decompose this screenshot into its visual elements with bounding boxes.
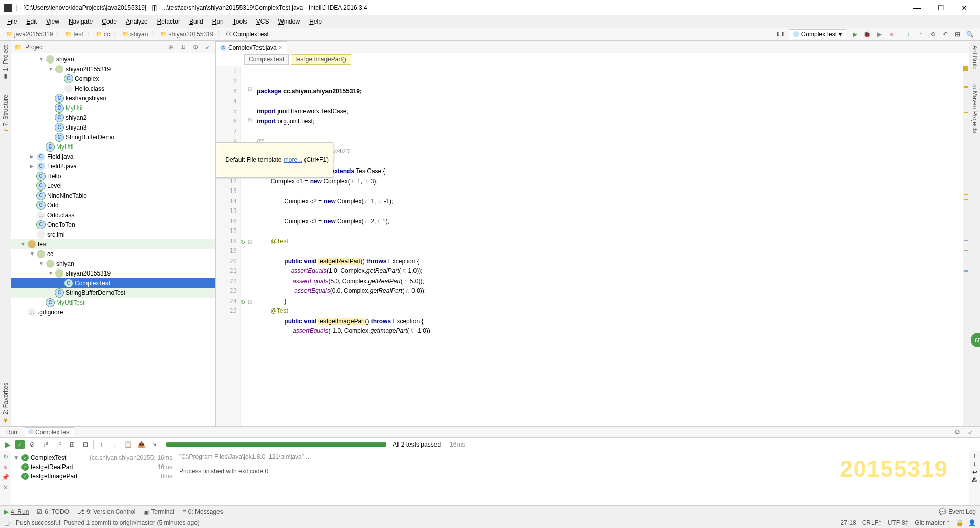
menu-build[interactable]: Build [185, 17, 207, 26]
tree-item[interactable]: CComplexTest [11, 278, 215, 288]
messages-bottom-tab[interactable]: ≡ 0: Messages [183, 508, 223, 515]
test-row[interactable]: ✓testgetRealPart16ms [13, 462, 172, 472]
stop-button[interactable]: ■ [886, 29, 897, 40]
tree-item[interactable]: CMyUtilTest [11, 298, 215, 307]
close-tab-icon[interactable]: × [279, 44, 282, 51]
rerun-icon[interactable]: ↻ [1, 452, 10, 461]
next-button[interactable]: ↓ [109, 439, 120, 450]
export-button[interactable]: 📋 [122, 439, 134, 450]
tree-item[interactable]: Cshiyan3 [11, 122, 215, 132]
event-log-tab[interactable]: 💬 Event Log [939, 508, 976, 515]
minimize-button[interactable]: — [905, 0, 929, 15]
sort-button[interactable]: ↓ª [40, 439, 51, 450]
run-config-tab[interactable]: ComplexTest [25, 427, 74, 437]
menu-refactor[interactable]: Refactor [153, 17, 184, 26]
menu-window[interactable]: Window [274, 17, 304, 26]
tree-item[interactable]: ▼cc [11, 249, 215, 259]
print-icon[interactable]: 🖶 [972, 477, 978, 484]
collapse-button[interactable]: ⇊ [179, 43, 188, 52]
ant-build-tab[interactable]: Ant Build [971, 43, 978, 72]
vcs-bottom-tab[interactable]: ⎇ 9: Version Control [77, 508, 135, 515]
maven-tab[interactable]: m Maven Projects [971, 82, 978, 135]
tree-item[interactable]: …Odd.class [11, 210, 215, 220]
settings-icon[interactable]: ⚙ [954, 429, 964, 436]
menu-analyze[interactable]: Analyze [122, 17, 152, 26]
debug-button[interactable]: 🐞 [861, 29, 873, 40]
autoscroll-button[interactable]: ⊕ [166, 43, 176, 52]
tree-item[interactable]: …Hello.class [11, 83, 215, 93]
breadcrumb[interactable]: Ⓒ ComplexTest [224, 31, 271, 38]
test-tree[interactable]: ▼✓ComplexTest(cc.shiyan.shiyan20155:16ms… [11, 451, 175, 505]
run-tab[interactable]: Run [3, 428, 20, 437]
make-button[interactable]: ⬇⬆ [775, 29, 786, 40]
menu-edit[interactable]: Edit [22, 17, 41, 26]
run-bottom-tab[interactable]: ▶4: Run [4, 508, 29, 515]
rerun-button[interactable]: ▶ [2, 439, 13, 450]
run-button[interactable]: ▶ [849, 29, 860, 40]
favorites-tab[interactable]: ★2: Favorites [2, 381, 9, 426]
terminal-bottom-tab[interactable]: ▣ Terminal [143, 508, 174, 515]
tree-item[interactable]: ▼shiyan [11, 259, 215, 268]
more-button[interactable]: » [149, 439, 160, 450]
breadcrumb-method[interactable]: testgetImagePart() [291, 54, 351, 65]
collapse-button[interactable]: ⊟ [80, 439, 91, 450]
tree-item[interactable]: src.iml [11, 229, 215, 239]
run-config-dropdown[interactable]: ComplexTest ▾ [789, 29, 846, 39]
menu-run[interactable]: Run [208, 17, 228, 26]
settings-button[interactable]: ⚙ [191, 43, 200, 52]
menu-navigate[interactable]: Navigate [64, 17, 97, 26]
tree-item[interactable]: CComplex [11, 74, 215, 83]
maximize-button[interactable]: ☐ [929, 0, 952, 15]
breadcrumb[interactable]: 📁 shiyan20155319 [158, 31, 215, 38]
passed-filter[interactable]: ✓ [15, 440, 25, 449]
test-row[interactable]: ✓testgetImagePart0ms [13, 472, 172, 481]
expand-button[interactable]: ⊞ [67, 439, 78, 450]
cursor-position[interactable]: 27:18 [841, 519, 856, 526]
tree-item[interactable]: CMyUtil [11, 142, 215, 152]
hide-button[interactable]: ↙ [203, 43, 212, 52]
rerun-icon[interactable]: ↻ [241, 239, 245, 246]
import-button[interactable]: 📥 [136, 439, 147, 450]
breadcrumb[interactable]: 📁 shiyan [120, 31, 150, 38]
tree-item[interactable]: ….gitignore [11, 307, 215, 317]
vcs-revert-button[interactable]: ↶ [940, 29, 951, 40]
tree-item[interactable]: ▼test [11, 239, 215, 249]
tree-item[interactable]: Cshiyan2 [11, 113, 215, 122]
menu-file[interactable]: File [3, 17, 21, 26]
test-output[interactable]: 20155319 "C:\Program Files\Java\jdk1.8.0… [175, 451, 969, 505]
tree-item[interactable]: CStringBufferDemo [11, 132, 215, 142]
tooltip-more-link[interactable]: more... [284, 156, 302, 163]
menu-tools[interactable]: Tools [229, 17, 251, 26]
menu-help[interactable]: Help [305, 17, 326, 26]
close-icon[interactable]: ✕ [1, 483, 10, 492]
prev-button[interactable]: ↑ [96, 439, 107, 450]
tree-item[interactable]: ▼shiyan20155319 [11, 268, 215, 278]
project-tree[interactable]: ▼shiyan▼shiyan20155319CComplex…Hello.cla… [11, 53, 215, 426]
wrap-icon[interactable]: ↩ [972, 469, 977, 476]
tree-item[interactable]: Ckeshangshiyan [11, 93, 215, 103]
tree-item[interactable]: ▼shiyan [11, 54, 215, 64]
vcs-history-button[interactable]: ⟲ [927, 29, 939, 40]
git-branch[interactable]: Git: master ‡ [914, 519, 950, 526]
tree-item[interactable]: COdd [11, 200, 215, 210]
sort2-button[interactable]: ↓ᶻ [53, 439, 64, 450]
tree-item[interactable]: COneToTen [11, 220, 215, 229]
structure-tab[interactable]: ⫯7: Structure [2, 93, 9, 134]
tree-item[interactable]: CStringBufferDemoTest [11, 288, 215, 298]
error-stripe[interactable] [963, 66, 969, 426]
tree-item[interactable]: ▼shiyan20155319 [11, 64, 215, 74]
tree-item[interactable]: ▶CField2.java [11, 161, 215, 171]
project-tab[interactable]: ▮1: Project [2, 43, 9, 82]
breadcrumb[interactable]: 📁 cc [94, 31, 112, 38]
failed-filter[interactable]: ⊘ [27, 439, 38, 450]
down-icon[interactable]: ↓ [973, 460, 976, 468]
warning-indicator[interactable] [963, 66, 968, 71]
breadcrumb[interactable]: 📁 java20155319 [4, 31, 55, 38]
hide-icon[interactable]: ↙ [968, 429, 977, 436]
up-icon[interactable]: ↑ [973, 452, 976, 459]
tree-item[interactable]: CNineNineTable [11, 191, 215, 200]
editor-tab[interactable]: C ComplexTest.java × [215, 41, 287, 53]
structure-button[interactable]: ⊞ [952, 29, 963, 40]
menu-view[interactable]: View [42, 17, 63, 26]
todo-bottom-tab[interactable]: ☑ 6: TODO [37, 508, 69, 515]
